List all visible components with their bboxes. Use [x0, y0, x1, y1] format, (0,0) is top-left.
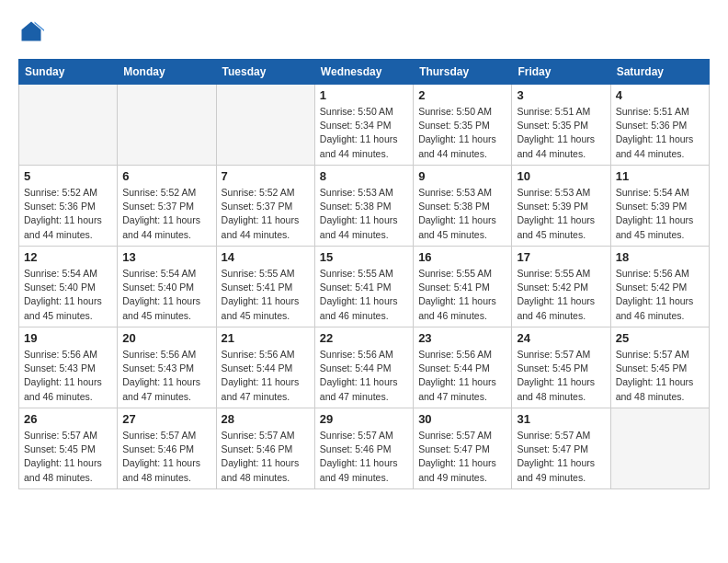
day-info: Sunrise: 5:57 AMSunset: 5:46 PMDaylight:… — [222, 429, 310, 485]
day-info: Sunrise: 5:54 AMSunset: 5:39 PMDaylight:… — [616, 186, 704, 242]
calendar-cell — [118, 85, 216, 166]
calendar-cell: 21Sunrise: 5:56 AMSunset: 5:44 PMDayligh… — [216, 327, 314, 408]
day-number: 15 — [320, 250, 408, 264]
weekday-header-row: SundayMondayTuesdayWednesdayThursdayFrid… — [19, 60, 710, 85]
day-info: Sunrise: 5:57 AMSunset: 5:46 PMDaylight:… — [320, 429, 408, 485]
day-info: Sunrise: 5:57 AMSunset: 5:47 PMDaylight:… — [418, 429, 506, 485]
day-info: Sunrise: 5:50 AMSunset: 5:34 PMDaylight:… — [320, 105, 408, 161]
day-number: 7 — [222, 169, 310, 183]
day-info: Sunrise: 5:55 AMSunset: 5:42 PMDaylight:… — [517, 267, 605, 323]
day-info: Sunrise: 5:54 AMSunset: 5:40 PMDaylight:… — [24, 267, 112, 323]
logo — [18, 18, 48, 44]
day-info: Sunrise: 5:51 AMSunset: 5:35 PMDaylight:… — [517, 105, 605, 161]
calendar-cell: 24Sunrise: 5:57 AMSunset: 5:45 PMDayligh… — [512, 327, 610, 408]
calendar-cell: 15Sunrise: 5:55 AMSunset: 5:41 PMDayligh… — [314, 247, 413, 327]
day-info: Sunrise: 5:55 AMSunset: 5:41 PMDaylight:… — [222, 267, 310, 323]
calendar-cell: 1Sunrise: 5:50 AMSunset: 5:34 PMDaylight… — [314, 85, 413, 166]
day-info: Sunrise: 5:56 AMSunset: 5:44 PMDaylight:… — [222, 348, 310, 404]
day-info: Sunrise: 5:52 AMSunset: 5:36 PMDaylight:… — [24, 186, 112, 242]
day-info: Sunrise: 5:56 AMSunset: 5:44 PMDaylight:… — [418, 348, 506, 404]
day-info: Sunrise: 5:55 AMSunset: 5:41 PMDaylight:… — [418, 267, 506, 323]
weekday-header-sunday: Sunday — [19, 60, 118, 85]
calendar-cell: 12Sunrise: 5:54 AMSunset: 5:40 PMDayligh… — [19, 247, 118, 327]
weekday-header-saturday: Saturday — [610, 60, 709, 85]
calendar-cell: 13Sunrise: 5:54 AMSunset: 5:40 PMDayligh… — [118, 247, 216, 327]
calendar-cell — [610, 408, 709, 489]
day-number: 6 — [122, 169, 210, 183]
day-number: 20 — [122, 331, 210, 345]
day-info: Sunrise: 5:54 AMSunset: 5:40 PMDaylight:… — [122, 267, 210, 323]
week-row-3: 12Sunrise: 5:54 AMSunset: 5:40 PMDayligh… — [19, 247, 710, 327]
day-number: 30 — [418, 412, 506, 426]
calendar-cell: 3Sunrise: 5:51 AMSunset: 5:35 PMDaylight… — [512, 85, 610, 166]
calendar-cell: 25Sunrise: 5:57 AMSunset: 5:45 PMDayligh… — [610, 327, 709, 408]
calendar-cell: 23Sunrise: 5:56 AMSunset: 5:44 PMDayligh… — [414, 327, 512, 408]
day-info: Sunrise: 5:57 AMSunset: 5:46 PMDaylight:… — [122, 429, 210, 485]
day-info: Sunrise: 5:53 AMSunset: 5:38 PMDaylight:… — [418, 186, 506, 242]
day-number: 16 — [418, 250, 506, 264]
weekday-header-friday: Friday — [512, 60, 610, 85]
calendar-cell: 8Sunrise: 5:53 AMSunset: 5:38 PMDaylight… — [314, 166, 413, 247]
calendar-cell: 5Sunrise: 5:52 AMSunset: 5:36 PMDaylight… — [19, 166, 118, 247]
day-number: 21 — [222, 331, 310, 345]
calendar-cell: 26Sunrise: 5:57 AMSunset: 5:45 PMDayligh… — [19, 408, 118, 489]
day-number: 11 — [616, 169, 704, 183]
calendar-cell: 17Sunrise: 5:55 AMSunset: 5:42 PMDayligh… — [512, 247, 610, 327]
day-info: Sunrise: 5:53 AMSunset: 5:39 PMDaylight:… — [517, 186, 605, 242]
day-info: Sunrise: 5:57 AMSunset: 5:47 PMDaylight:… — [517, 429, 605, 485]
day-info: Sunrise: 5:55 AMSunset: 5:41 PMDaylight:… — [320, 267, 408, 323]
calendar-cell: 30Sunrise: 5:57 AMSunset: 5:47 PMDayligh… — [414, 408, 512, 489]
day-number: 10 — [517, 169, 605, 183]
weekday-header-tuesday: Tuesday — [216, 60, 314, 85]
day-number: 18 — [616, 250, 704, 264]
day-info: Sunrise: 5:57 AMSunset: 5:45 PMDaylight:… — [24, 429, 112, 485]
calendar-cell: 6Sunrise: 5:52 AMSunset: 5:37 PMDaylight… — [118, 166, 216, 247]
day-number: 5 — [24, 169, 112, 183]
calendar-cell: 4Sunrise: 5:51 AMSunset: 5:36 PMDaylight… — [610, 85, 709, 166]
day-number: 17 — [517, 250, 605, 264]
day-number: 27 — [122, 412, 210, 426]
day-info: Sunrise: 5:52 AMSunset: 5:37 PMDaylight:… — [122, 186, 210, 242]
day-number: 9 — [418, 169, 506, 183]
week-row-5: 26Sunrise: 5:57 AMSunset: 5:45 PMDayligh… — [19, 408, 710, 489]
day-info: Sunrise: 5:53 AMSunset: 5:38 PMDaylight:… — [320, 186, 408, 242]
weekday-header-thursday: Thursday — [414, 60, 512, 85]
calendar-cell: 19Sunrise: 5:56 AMSunset: 5:43 PMDayligh… — [19, 327, 118, 408]
calendar-cell: 7Sunrise: 5:52 AMSunset: 5:37 PMDaylight… — [216, 166, 314, 247]
day-number: 2 — [418, 88, 506, 102]
calendar-cell: 20Sunrise: 5:56 AMSunset: 5:43 PMDayligh… — [118, 327, 216, 408]
day-number: 14 — [222, 250, 310, 264]
weekday-header-monday: Monday — [118, 60, 216, 85]
day-number: 24 — [517, 331, 605, 345]
week-row-4: 19Sunrise: 5:56 AMSunset: 5:43 PMDayligh… — [19, 327, 710, 408]
calendar-cell: 31Sunrise: 5:57 AMSunset: 5:47 PMDayligh… — [512, 408, 610, 489]
week-row-1: 1Sunrise: 5:50 AMSunset: 5:34 PMDaylight… — [19, 85, 710, 166]
week-row-2: 5Sunrise: 5:52 AMSunset: 5:36 PMDaylight… — [19, 166, 710, 247]
day-number: 3 — [517, 88, 605, 102]
day-number: 23 — [418, 331, 506, 345]
day-info: Sunrise: 5:57 AMSunset: 5:45 PMDaylight:… — [517, 348, 605, 404]
calendar-cell: 10Sunrise: 5:53 AMSunset: 5:39 PMDayligh… — [512, 166, 610, 247]
day-number: 13 — [122, 250, 210, 264]
calendar-cell — [216, 85, 314, 166]
weekday-header-wednesday: Wednesday — [314, 60, 413, 85]
calendar-cell: 18Sunrise: 5:56 AMSunset: 5:42 PMDayligh… — [610, 247, 709, 327]
day-number: 25 — [616, 331, 704, 345]
day-number: 22 — [320, 331, 408, 345]
day-info: Sunrise: 5:57 AMSunset: 5:45 PMDaylight:… — [616, 348, 704, 404]
day-number: 4 — [616, 88, 704, 102]
calendar-cell: 16Sunrise: 5:55 AMSunset: 5:41 PMDayligh… — [414, 247, 512, 327]
calendar-table: SundayMondayTuesdayWednesdayThursdayFrid… — [18, 59, 710, 489]
day-info: Sunrise: 5:56 AMSunset: 5:42 PMDaylight:… — [616, 267, 704, 323]
day-number: 1 — [320, 88, 408, 102]
logo-icon — [18, 18, 44, 44]
day-info: Sunrise: 5:52 AMSunset: 5:37 PMDaylight:… — [222, 186, 310, 242]
calendar-cell: 14Sunrise: 5:55 AMSunset: 5:41 PMDayligh… — [216, 247, 314, 327]
day-number: 29 — [320, 412, 408, 426]
calendar-cell: 28Sunrise: 5:57 AMSunset: 5:46 PMDayligh… — [216, 408, 314, 489]
day-info: Sunrise: 5:50 AMSunset: 5:35 PMDaylight:… — [418, 105, 506, 161]
calendar-cell: 11Sunrise: 5:54 AMSunset: 5:39 PMDayligh… — [610, 166, 709, 247]
page-header — [18, 18, 710, 44]
calendar-cell: 2Sunrise: 5:50 AMSunset: 5:35 PMDaylight… — [414, 85, 512, 166]
calendar-cell — [19, 85, 118, 166]
